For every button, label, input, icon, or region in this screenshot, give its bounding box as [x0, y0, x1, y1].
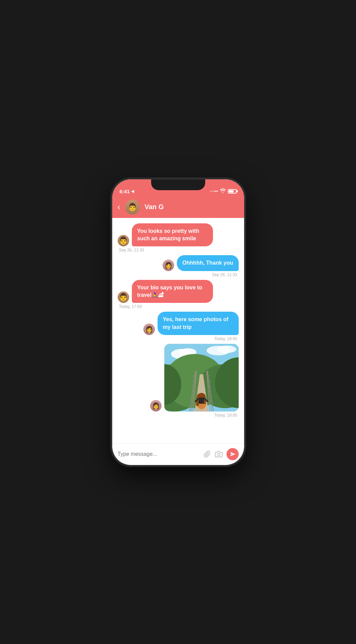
status-icons — [210, 188, 237, 194]
send-button[interactable] — [227, 448, 239, 460]
phone-frame: 6:41 ◀ — [112, 179, 244, 465]
bubble-container: You looks so pretty with such an amazing… — [118, 223, 213, 247]
contact-avatar[interactable] — [125, 200, 140, 215]
message-row: Ohhhhh, Thank you Sep 26, 11:33 — [118, 255, 239, 277]
message-row: Today, 18:00 — [118, 344, 239, 418]
wifi-icon — [220, 188, 226, 194]
signal-bars — [210, 191, 218, 192]
message-timestamp: Today, 17:59 — [118, 304, 143, 309]
status-time: 6:41 ◀ — [120, 188, 134, 194]
bubble-container: Yes, here some photos of my last trip — [143, 312, 239, 335]
camera-button[interactable] — [215, 450, 222, 458]
signal-dot-2 — [212, 191, 214, 192]
battery-icon — [228, 189, 237, 194]
message-bubble: Ohhhhh, Thank you — [177, 255, 238, 271]
time-display: 6:41 — [120, 188, 130, 194]
message-timestamp: Sep 26, 11:33 — [211, 272, 239, 277]
message-input[interactable] — [118, 451, 199, 457]
location-icon: ◀ — [131, 189, 134, 194]
bubble-container: Ohhhhh, Thank you — [163, 255, 238, 271]
message-bubble: You looks so pretty with such an amazing… — [132, 223, 213, 247]
notch — [151, 179, 205, 190]
my-avatar-photo — [150, 400, 162, 412]
sender-avatar — [118, 291, 129, 303]
my-avatar — [163, 260, 174, 271]
signal-dot-3 — [214, 191, 216, 192]
bubble-container: Your bio says you love to travel🚴‍♀️🏕 — [118, 280, 213, 303]
chat-header: ‹ Van G — [112, 196, 244, 218]
message-text: Yes, here some photos of my last trip — [163, 316, 229, 330]
back-button[interactable]: ‹ — [118, 203, 120, 211]
contact-name: Van G — [145, 203, 164, 211]
signal-dot-1 — [210, 191, 212, 192]
message-timestamp: Today, 18:00 — [213, 336, 239, 341]
svg-point-33 — [217, 453, 220, 456]
battery-fill — [229, 190, 234, 193]
attach-button[interactable] — [204, 450, 211, 458]
my-avatar — [143, 324, 155, 335]
photo-timestamp: Today, 18:00 — [213, 413, 239, 418]
svg-point-4 — [217, 346, 236, 353]
message-row: Yes, here some photos of my last trip To… — [118, 312, 239, 341]
chat-body: You looks so pretty with such an amazing… — [112, 218, 244, 443]
sender-avatar — [118, 235, 129, 246]
signal-dot-4 — [216, 191, 218, 192]
message-text: You looks so pretty with such an amazing… — [137, 228, 199, 241]
bubble-container — [150, 344, 239, 412]
photo-message[interactable] — [164, 344, 239, 412]
message-bubble: Your bio says you love to travel🚴‍♀️🏕 — [132, 280, 213, 303]
message-text: Your bio says you love to travel🚴‍♀️🏕 — [137, 285, 203, 298]
message-row: Your bio says you love to travel🚴‍♀️🏕 To… — [118, 280, 239, 309]
phone-screen: 6:41 ◀ — [112, 179, 244, 465]
message-text: Ohhhhh, Thank you — [182, 260, 233, 266]
message-row: You looks so pretty with such an amazing… — [118, 223, 239, 253]
message-timestamp: Sep 26, 11:33 — [118, 248, 146, 252]
input-bar — [112, 443, 244, 465]
message-bubble: Yes, here some photos of my last trip — [158, 312, 239, 335]
